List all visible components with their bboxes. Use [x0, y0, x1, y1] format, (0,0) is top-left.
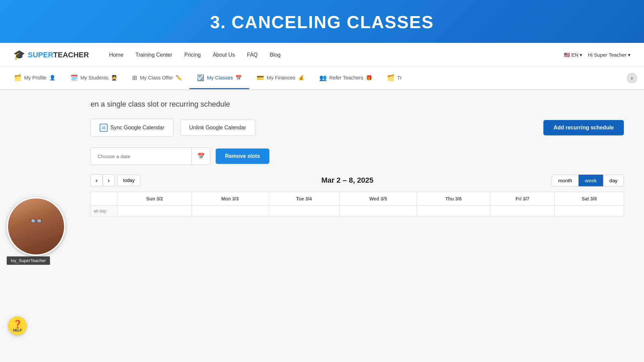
finances-icon: 💳	[257, 74, 264, 81]
add-recurring-label: Add recurring schedule	[553, 125, 614, 130]
flag-icon: 🇺🇸	[564, 52, 570, 58]
logo-text: SUPERTEACHER	[28, 51, 89, 59]
logo[interactable]: 🎓 SUPERTEACHER	[13, 49, 89, 60]
subnav-my-finances-label: My Finances	[267, 75, 295, 80]
day-view-button[interactable]: day	[603, 175, 624, 186]
sunday-header: Sun 3/2	[118, 192, 192, 206]
calendar-table: Sun 3/2 Mon 3/3 Tue 3/4 Wed 3/5 Thu 3/6 …	[91, 192, 624, 217]
month-label: month	[558, 178, 572, 183]
subnav-refer-teachers[interactable]: 👥 Refer Teachers 🎁	[312, 67, 380, 89]
allday-tue	[268, 206, 339, 217]
sync-google-calendar-button[interactable]: 31 Sync Google Calendar	[91, 119, 173, 137]
chevron-right-icon: ›	[108, 177, 110, 184]
all-day-label: all-day	[91, 206, 118, 217]
remove-slots-label: Remove slots	[225, 153, 260, 159]
today-label: today	[123, 178, 135, 183]
chevron-left-icon: ‹	[96, 177, 98, 184]
add-recurring-schedule-button[interactable]: Add recurring schedule	[543, 120, 624, 135]
arrow-right-icon: ›	[631, 75, 633, 81]
remove-slots-button[interactable]: Remove slots	[216, 148, 269, 164]
sub-nav: 🗂️ My Profile 👤 🗓️ My Students 🧑‍🎓 ⊞ My …	[0, 67, 644, 90]
hero-title: 3. CANCELING CLASSES	[0, 12, 644, 32]
allday-sun	[118, 206, 192, 217]
week-view-button[interactable]: week	[579, 175, 603, 186]
section-subtitle: en a single class slot or recurring sche…	[91, 100, 624, 109]
main-content: Ivy_SuperTeacher en a single class slot …	[0, 90, 644, 227]
webcam-face	[8, 198, 64, 254]
profile-emoji: 👤	[49, 75, 56, 81]
subnav-my-students-label: My Students	[80, 75, 108, 80]
allday-thu	[417, 206, 490, 217]
calendar-icon: 📅	[197, 153, 205, 160]
refer-emoji: 🎁	[366, 75, 372, 81]
date-input[interactable]	[91, 149, 192, 164]
subnav-my-profile[interactable]: 🗂️ My Profile 👤	[7, 67, 63, 89]
hero-banner: 3. CANCELING CLASSES	[0, 0, 644, 43]
unlink-google-label: Unlink Google Calendar	[189, 125, 246, 131]
subnav-my-classes[interactable]: ☑️ My Classes 📅	[190, 67, 250, 89]
help-icon: ❓	[13, 320, 22, 328]
date-picker-wrap: 📅	[91, 147, 210, 165]
calendar-controls: ‹ › today Mar 2 – 8, 2025 month week day	[91, 174, 624, 186]
help-button[interactable]: ❓ HELP	[8, 316, 27, 335]
top-nav: 🎓 SUPERTEACHER Home Training Center Pric…	[0, 43, 644, 67]
user-label: Hi Super Teacher	[588, 52, 627, 58]
page-section: en a single class slot or recurring sche…	[91, 100, 624, 217]
month-view-button[interactable]: month	[552, 175, 579, 186]
thursday-header: Thu 3/6	[417, 192, 490, 206]
action-row: 31 Sync Google Calendar Unlink Google Ca…	[91, 119, 624, 137]
subnav-arrow-btn[interactable]: ›	[627, 73, 637, 83]
today-button[interactable]: today	[117, 175, 140, 186]
subnav-tr-label: Tr	[397, 75, 402, 80]
subnav-my-students[interactable]: 🗓️ My Students 🧑‍🎓	[63, 67, 125, 89]
subnav-my-class-offer-label: My Class Offer	[140, 75, 173, 80]
friday-header: Fri 3/7	[490, 192, 555, 206]
calendar-prev-button[interactable]: ‹	[91, 174, 103, 186]
sync-google-label: Sync Google Calendar	[110, 125, 164, 131]
saturday-header: Sat 3/8	[555, 192, 624, 206]
calendar-view-buttons: month week day	[552, 175, 624, 186]
students-icon: 🗓️	[70, 74, 78, 81]
class-offer-icon: ⊞	[132, 74, 137, 81]
nav-about-us[interactable]: About Us	[213, 52, 235, 58]
subnav-my-classes-label: My Classes	[207, 75, 233, 80]
user-dropdown-icon: ▾	[628, 52, 631, 58]
nav-faq[interactable]: FAQ	[247, 52, 258, 58]
webcam-container: Ivy_SuperTeacher	[7, 197, 65, 265]
classes-emoji: 📅	[235, 75, 242, 81]
nav-home[interactable]: Home	[109, 52, 123, 58]
date-row: 📅 Remove slots	[91, 147, 624, 165]
allday-wed	[339, 206, 417, 217]
google-calendar-icon: 31	[100, 124, 108, 132]
nav-pricing[interactable]: Pricing	[184, 52, 201, 58]
subnav-my-profile-label: My Profile	[24, 75, 47, 80]
nav-training-center[interactable]: Training Center	[136, 52, 172, 58]
monday-header: Mon 3/3	[192, 192, 268, 206]
nav-blog[interactable]: Blog	[270, 52, 280, 58]
all-day-row: all-day	[91, 206, 624, 217]
help-label: HELP	[13, 328, 22, 332]
class-offer-emoji: ✏️	[176, 75, 182, 81]
subnav-my-class-offer[interactable]: ⊞ My Class Offer ✏️	[125, 67, 190, 89]
week-label: week	[585, 178, 597, 183]
user-menu[interactable]: Hi Super Teacher ▾	[588, 52, 631, 58]
subnav-tr[interactable]: 🗂️ Tr	[380, 67, 409, 89]
lang-selector[interactable]: 🇺🇸 EN ▾	[564, 52, 583, 58]
webcam-user-label: Ivy_SuperTeacher	[7, 256, 65, 265]
day-label: day	[609, 178, 618, 183]
profile-icon: 🗂️	[14, 74, 21, 81]
subnav-refer-teachers-label: Refer Teachers	[329, 75, 363, 80]
tr-icon: 🗂️	[387, 74, 394, 81]
wednesday-header: Wed 3/5	[339, 192, 417, 206]
calendar-next-button[interactable]: ›	[103, 174, 115, 186]
logo-hat-icon: 🎓	[13, 49, 25, 60]
classes-icon: ☑️	[197, 74, 204, 81]
finances-emoji: 💰	[298, 75, 305, 81]
unlink-google-calendar-button[interactable]: Unlink Google Calendar	[180, 120, 255, 136]
calendar-icon-button[interactable]: 📅	[192, 148, 210, 165]
lang-dropdown-icon: ▾	[580, 52, 582, 58]
subnav-my-finances[interactable]: 💳 My Finances 💰	[249, 67, 312, 89]
lang-label: EN	[572, 52, 579, 58]
refer-icon: 👥	[319, 74, 327, 81]
calendar-title: Mar 2 – 8, 2025	[143, 176, 552, 185]
